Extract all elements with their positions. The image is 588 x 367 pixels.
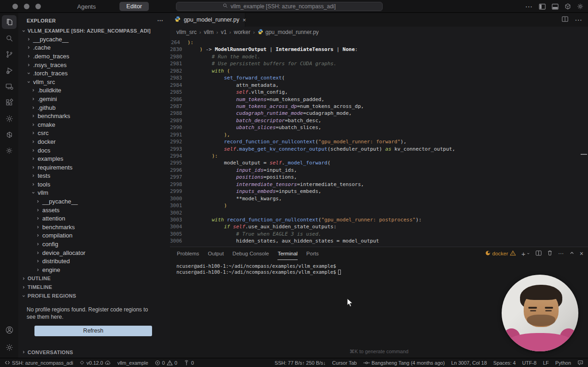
status-cursor-tab[interactable]: Cursor Tab (332, 360, 357, 366)
tree-item-distributed[interactable]: distributed (18, 257, 170, 265)
command-center-search[interactable]: vllm_example [SSH: azure_ncompass_adi] (176, 2, 383, 11)
split-editor-icon[interactable] (562, 16, 568, 24)
status-indentation[interactable]: Spaces: 4 (493, 360, 516, 366)
tree-item-benchmarks[interactable]: benchmarks (18, 223, 170, 231)
panel-more-actions-icon[interactable]: ⋯ (558, 250, 564, 257)
status-remote-indicator[interactable]: SSH: azure_ncompass_adi (5, 360, 73, 366)
tree-item-tools[interactable]: tools (18, 180, 170, 189)
status-eol[interactable]: LF (543, 360, 549, 366)
docker-terminal-badge[interactable]: docker (485, 250, 516, 257)
tuner-gear-icon[interactable] (2, 144, 17, 158)
code-line: 2999 inputs_embeds=inputs_embeds, (170, 188, 588, 195)
editor-more-actions-icon[interactable]: ⋯ (575, 16, 582, 24)
source-control-icon[interactable] (2, 47, 17, 61)
status-ssh-throughput[interactable]: SSH: 77 B/s↑ 250 B/s↓ (275, 360, 326, 366)
panel-tab-ports[interactable]: Ports (306, 248, 319, 260)
editor-tab-gpu-model-runner[interactable]: gpu_model_runner.py × (170, 13, 245, 27)
close-panel-icon[interactable]: × (580, 250, 583, 257)
profiler-gear-icon[interactable] (2, 112, 17, 125)
tree-item--buildkite[interactable]: .buildkite (18, 86, 170, 95)
tree-item-tests[interactable]: tests (18, 172, 170, 181)
panel-tab-debug-console[interactable]: Debug Console (232, 248, 269, 260)
tree-item-device-allocator[interactable]: device_allocator (18, 248, 170, 257)
section-conversations[interactable]: CONVERSATIONS (18, 348, 170, 356)
tree-item-engine[interactable]: engine (18, 265, 170, 274)
chevron-down-icon (30, 190, 36, 196)
tree-item-config[interactable]: config (18, 240, 170, 248)
breadcrumb-item[interactable]: gpu_model_runner.py (258, 29, 319, 36)
tree-item-requirements[interactable]: requirements (18, 163, 170, 172)
tree-item--demo-traces[interactable]: .demo_traces (18, 52, 170, 61)
tree-item--nsys-traces[interactable]: .nsys_traces (18, 61, 170, 69)
status-cursor-position[interactable]: Ln 3007, Col 18 (451, 360, 487, 366)
window-close-button[interactable] (12, 4, 18, 9)
refresh-button[interactable]: Refresh (34, 326, 152, 336)
tree-item-compilation[interactable]: compilation (18, 231, 170, 240)
panel-tab-output[interactable]: Output (208, 248, 224, 260)
openai-icon[interactable] (2, 128, 17, 141)
tree-item--cache[interactable]: .cache (18, 44, 170, 52)
tree-item-vllm[interactable]: vllm (18, 189, 170, 198)
status-branch-name[interactable]: vllm_example (117, 360, 148, 366)
accounts-icon[interactable] (2, 323, 17, 337)
tree-item-cmake[interactable]: cmake (18, 120, 170, 129)
section-profile-regions[interactable]: PROFILE REGIONS (18, 292, 170, 300)
chevron-right-icon (35, 216, 40, 221)
manage-gear-icon[interactable] (2, 340, 17, 354)
new-terminal-icon[interactable]: + (521, 250, 530, 258)
tree-item--pycache-[interactable]: __pycache__ (18, 197, 170, 206)
panel-tab-terminal[interactable]: Terminal (277, 248, 297, 260)
explorer-more-actions-icon[interactable]: ⋯ (157, 17, 164, 24)
run-debug-icon[interactable] (2, 63, 17, 77)
split-terminal-icon[interactable] (536, 250, 542, 257)
status-problems-badge[interactable]: 00 (155, 360, 177, 366)
tree-item-docker[interactable]: docker (18, 137, 170, 146)
code-line: 3000 **model_kwargs, (170, 195, 588, 202)
tree-item-assets[interactable]: assets (18, 206, 170, 215)
status-encoding[interactable]: UTF-8 (522, 360, 537, 366)
kill-terminal-icon[interactable] (547, 250, 553, 257)
tree-item-attention[interactable]: attention (18, 214, 170, 223)
more-actions-icon[interactable]: ⋯ (525, 2, 533, 11)
tree-item-docs[interactable]: docs (18, 146, 170, 155)
tree-item--torch-traces[interactable]: .torch_traces (18, 69, 170, 78)
breadcrumb-item[interactable]: vllm_src (176, 29, 197, 35)
status-blame-info[interactable]: Bangsheng Tang (4 months ago) (363, 360, 445, 366)
cube-icon[interactable] (565, 3, 571, 10)
status-port-forward-badge[interactable]: 0 (184, 360, 194, 366)
chevron-down-icon (26, 79, 31, 85)
code-editor[interactable]: 264):2830 ) -> ModelRunnerOutput | Inter… (170, 38, 588, 245)
status-version-badge[interactable]: v0.12.0 (79, 360, 111, 366)
section-outline[interactable]: OUTLINE (18, 274, 170, 283)
search-icon[interactable] (2, 31, 17, 45)
section-timeline[interactable]: TIMELINE (18, 283, 170, 292)
close-tab-icon[interactable]: × (243, 17, 246, 23)
tree-item--github[interactable]: .github (18, 103, 170, 112)
tree-item-csrc[interactable]: csrc (18, 129, 170, 138)
window-minimize-button[interactable] (24, 4, 29, 9)
explorer-icon[interactable] (2, 15, 17, 29)
panel-tab-problems[interactable]: Problems (177, 248, 199, 260)
settings-gear-icon[interactable] (577, 3, 583, 10)
maximize-panel-icon[interactable] (570, 250, 574, 257)
tree-item-examples[interactable]: examples (18, 154, 170, 163)
status-feedback[interactable] (577, 360, 583, 366)
tree-item-benchmarks[interactable]: benchmarks (18, 112, 170, 120)
tab-agents[interactable]: Agents (77, 3, 96, 10)
status-language-mode[interactable]: Python (555, 360, 571, 366)
tab-editor[interactable]: Editor (119, 2, 149, 11)
chevron-right-icon (30, 130, 36, 136)
breadcrumb-item[interactable]: v1 (221, 29, 227, 35)
remote-explorer-icon[interactable] (2, 79, 17, 93)
breadcrumb-item[interactable]: worker (234, 29, 250, 35)
tree-item--pycache-[interactable]: __pycache__ (18, 35, 170, 44)
breadcrumb-item[interactable]: vllm (204, 29, 214, 35)
layout-panel-icon[interactable] (552, 4, 559, 10)
layout-sidebar-icon[interactable] (539, 4, 546, 10)
terminal[interactable]: ncuser@adi-h100-1:~/adi/ncompass/example… (170, 260, 588, 275)
tree-root-folder[interactable]: VLLM_EXAMPLE [SSH: AZURE_NCOMPASS_ADI] (18, 27, 170, 35)
tree-item-vllm-src[interactable]: vllm_src (18, 78, 170, 86)
window-zoom-button[interactable] (35, 4, 41, 9)
tree-item--gemini[interactable]: .gemini (18, 95, 170, 103)
extensions-icon[interactable] (2, 96, 17, 109)
